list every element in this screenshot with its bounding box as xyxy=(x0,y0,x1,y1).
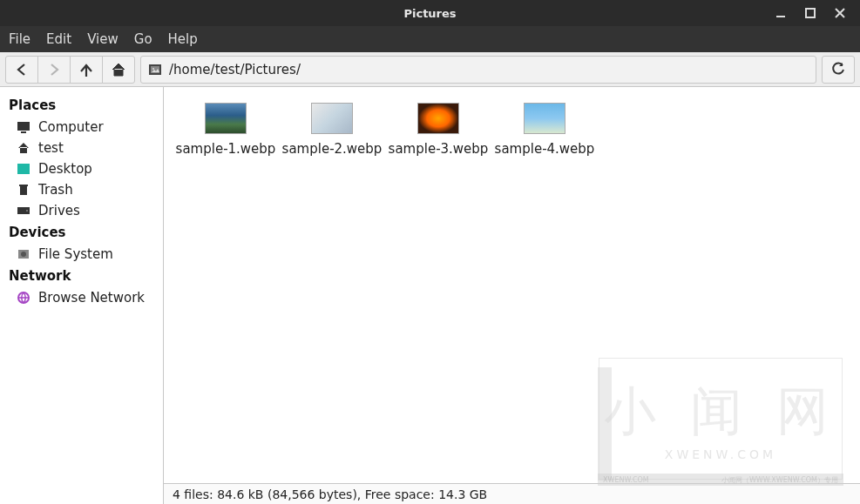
menubar: File Edit View Go Help xyxy=(0,26,860,52)
sidebar-item-label: Desktop xyxy=(38,161,92,177)
file-item[interactable]: sample-2.webp xyxy=(279,103,385,157)
sidebar-section-places: Places xyxy=(0,94,163,117)
sidebar-item-browse-network[interactable]: Browse Network xyxy=(0,287,163,308)
sidebar-item-computer[interactable]: Computer xyxy=(0,117,163,138)
sidebar-section-devices: Devices xyxy=(0,221,163,244)
forward-button[interactable] xyxy=(37,56,71,84)
menu-edit[interactable]: Edit xyxy=(46,31,71,47)
close-button[interactable] xyxy=(832,5,848,21)
menu-view[interactable]: View xyxy=(87,31,119,47)
drives-icon xyxy=(16,203,31,218)
menu-file[interactable]: File xyxy=(9,31,30,47)
svg-rect-5 xyxy=(17,122,30,131)
content-area: sample-1.webp sample-2.webp sample-3.web… xyxy=(164,87,860,504)
desktop-icon xyxy=(16,161,31,177)
file-item[interactable]: sample-4.webp xyxy=(491,103,598,157)
home-button[interactable] xyxy=(102,56,135,84)
window-title: Pictures xyxy=(403,7,456,20)
back-button[interactable] xyxy=(5,56,38,84)
thumbnail-icon xyxy=(205,103,247,134)
file-grid[interactable]: sample-1.webp sample-2.webp sample-3.web… xyxy=(164,87,860,483)
folder-images-icon xyxy=(148,63,162,77)
sidebar-item-label: Drives xyxy=(38,203,80,218)
svg-rect-0 xyxy=(776,16,785,17)
sidebar-item-label: test xyxy=(38,140,64,156)
status-text: 4 files: 84.6 kB (84,566 bytes), Free sp… xyxy=(173,487,487,501)
sidebar: Places Computer test Desktop Trash Drive… xyxy=(0,87,164,504)
minimize-button[interactable] xyxy=(773,5,789,21)
sidebar-item-filesystem[interactable]: File System xyxy=(0,244,163,265)
thumbnail-icon xyxy=(311,103,353,134)
svg-point-4 xyxy=(152,68,154,70)
network-icon xyxy=(16,290,31,306)
file-label: sample-2.webp xyxy=(282,141,383,157)
path-text: /home/test/Pictures/ xyxy=(169,62,301,77)
sidebar-item-label: Browse Network xyxy=(38,290,145,306)
menu-help[interactable]: Help xyxy=(168,31,198,47)
titlebar: Pictures xyxy=(0,0,860,26)
svg-point-13 xyxy=(21,252,26,257)
statusbar: 4 files: 84.6 kB (84,566 bytes), Free sp… xyxy=(164,483,860,504)
sidebar-item-desktop[interactable]: Desktop xyxy=(0,158,163,179)
toolbar: /home/test/Pictures/ xyxy=(0,52,860,87)
sidebar-item-trash[interactable]: Trash xyxy=(0,179,163,200)
sidebar-item-drives[interactable]: Drives xyxy=(0,200,163,221)
sidebar-item-label: Computer xyxy=(38,119,104,135)
sidebar-item-label: File System xyxy=(38,246,113,262)
thumbnail-icon xyxy=(417,103,459,134)
svg-point-11 xyxy=(26,210,28,212)
main-area: Places Computer test Desktop Trash Drive… xyxy=(0,87,860,504)
reload-button[interactable] xyxy=(822,56,855,84)
computer-icon xyxy=(16,119,31,135)
file-item[interactable]: sample-1.webp xyxy=(173,103,279,157)
trash-icon xyxy=(16,182,31,198)
sidebar-item-home[interactable]: test xyxy=(0,138,163,158)
menu-go[interactable]: Go xyxy=(134,31,152,47)
file-label: sample-4.webp xyxy=(495,141,595,157)
filesystem-icon xyxy=(16,246,31,262)
sidebar-section-network: Network xyxy=(0,265,163,287)
svg-rect-9 xyxy=(19,185,28,186)
file-item[interactable]: sample-3.webp xyxy=(385,103,491,157)
svg-rect-8 xyxy=(20,186,27,195)
path-bar[interactable]: /home/test/Pictures/ xyxy=(140,56,816,84)
sidebar-item-label: Trash xyxy=(38,182,73,198)
svg-rect-1 xyxy=(806,9,815,17)
home-icon xyxy=(16,140,31,156)
thumbnail-icon xyxy=(524,103,565,134)
svg-rect-7 xyxy=(17,164,30,174)
file-label: sample-3.webp xyxy=(389,141,489,157)
svg-rect-6 xyxy=(21,131,26,133)
file-label: sample-1.webp xyxy=(176,141,276,157)
maximize-button[interactable] xyxy=(802,5,818,21)
up-button[interactable] xyxy=(70,56,103,84)
